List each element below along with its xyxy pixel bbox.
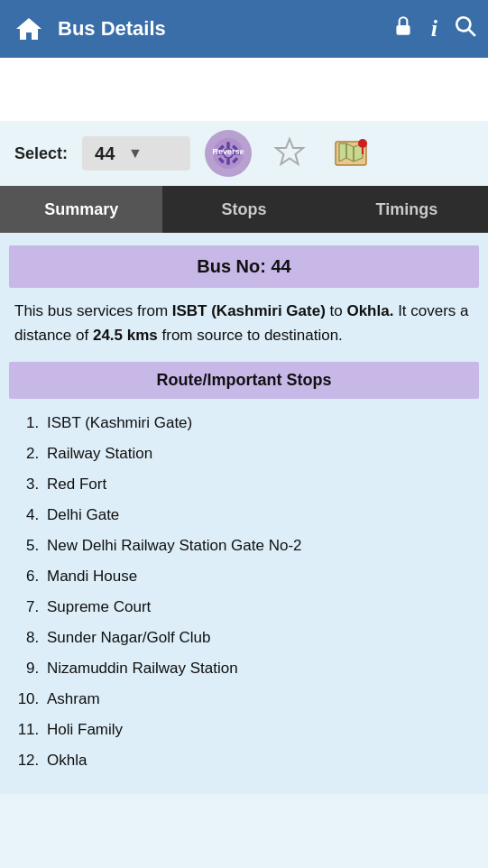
reverse-label: Reverse (213, 147, 244, 156)
svg-point-2 (456, 17, 470, 31)
stop-item: Holi Family (43, 715, 470, 745)
stop-item: Okhla (43, 745, 470, 776)
desc-text4: from source to destination. (158, 327, 343, 344)
bus-number-select[interactable]: 44 45 (95, 143, 119, 163)
stop-item: Ashram (43, 684, 470, 715)
tab-summary[interactable]: Summary (0, 186, 162, 233)
svg-point-20 (358, 139, 367, 148)
svg-marker-15 (276, 139, 303, 164)
spacer (0, 58, 488, 121)
select-row: Select: 44 45 ▼ Reverse (0, 121, 488, 186)
info-icon[interactable]: i (431, 15, 437, 42)
svg-rect-1 (396, 25, 410, 35)
stop-item: Delhi Gate (43, 500, 470, 531)
tab-stops[interactable]: Stops (162, 186, 325, 233)
map-button[interactable] (327, 130, 374, 177)
desc-source: ISBT (Kashmiri Gate) (172, 302, 326, 319)
tab-bar: Summary Stops Timings (0, 186, 488, 233)
desc-text1: This bus services from (14, 302, 172, 319)
desc-dest: Okhla. (346, 302, 393, 319)
stop-item: Railway Station (43, 439, 470, 469)
stop-item: Sunder Nagar/Golf Club (43, 623, 470, 653)
reverse-button[interactable]: Reverse (205, 130, 252, 177)
stop-item: New Delhi Railway Station Gate No-2 (43, 531, 470, 561)
svg-rect-7 (226, 159, 229, 165)
desc-text2: to (326, 302, 347, 319)
top-bar: Bus Details i (0, 0, 488, 58)
svg-marker-0 (16, 18, 41, 40)
stop-item: Nizamuddin Railway Station (43, 653, 470, 684)
top-bar-icons: i (391, 14, 477, 43)
bus-description: This bus services from ISBT (Kashmiri Ga… (9, 299, 479, 347)
dropdown-arrow-icon: ▼ (128, 145, 143, 162)
stops-list: ISBT (Kashmiri Gate)Railway StationRed F… (9, 408, 479, 776)
stop-item: Red Fort (43, 469, 470, 500)
bus-number-header: Bus No: 44 (9, 245, 479, 288)
lock-icon[interactable] (391, 14, 415, 43)
stop-item: Mandi House (43, 561, 470, 592)
search-icon[interactable] (454, 14, 477, 43)
content-area: Bus No: 44 This bus services from ISBT (… (0, 233, 488, 794)
tab-timings[interactable]: Timings (326, 186, 488, 233)
page-title: Bus Details (58, 17, 381, 41)
favorite-button[interactable] (266, 130, 313, 177)
home-button[interactable] (11, 11, 47, 47)
stop-item: Supreme Court (43, 592, 470, 623)
bus-number-dropdown[interactable]: 44 45 ▼ (82, 136, 190, 171)
select-label: Select: (14, 144, 68, 163)
desc-distance: 24.5 kms (93, 327, 158, 344)
svg-line-3 (469, 30, 475, 36)
stop-item: ISBT (Kashmiri Gate) (43, 408, 470, 439)
route-header: Route/Important Stops (9, 362, 479, 399)
